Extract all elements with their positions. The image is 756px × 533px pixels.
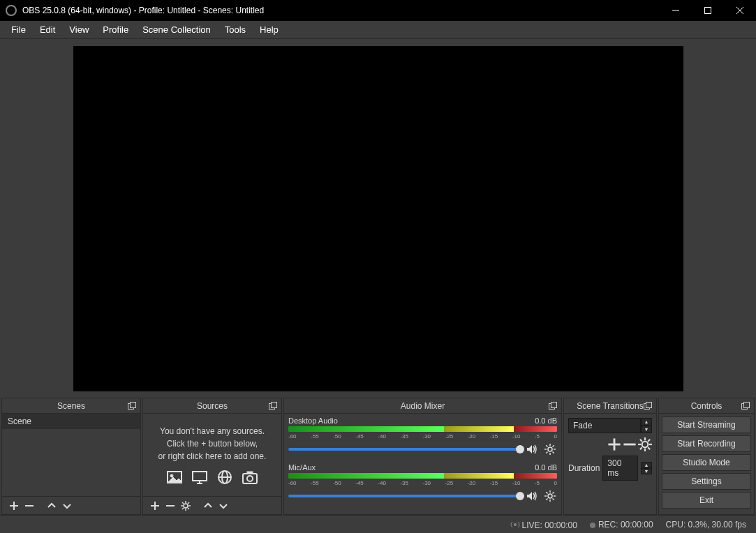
scenes-list[interactable]: Scene [2,414,140,496]
browser-source-icon [214,468,235,486]
sources-empty-message: You don't have any sources. Click the + … [143,414,281,490]
svg-line-69 [640,447,642,449]
menu-help[interactable]: Help [253,22,286,37]
transition-select-spinner[interactable]: ▲▼ [641,418,652,433]
exit-button[interactable]: Exit [662,492,751,509]
source-properties-button[interactable] [178,498,193,513]
volume-slider[interactable] [288,448,521,451]
menu-view[interactable]: View [62,22,96,37]
image-source-icon [164,468,185,486]
svg-line-67 [648,447,650,449]
studio-mode-button[interactable]: Studio Mode [662,454,751,471]
sources-empty-line1: You don't have any sources. [150,425,274,437]
svg-line-32 [188,502,189,504]
svg-rect-1 [705,8,711,14]
svg-line-42 [546,445,547,446]
close-button[interactable] [724,0,756,21]
add-transition-button[interactable] [607,437,621,451]
mixer-header: Audio Mixer [284,398,561,414]
svg-line-31 [188,508,189,509]
svg-line-43 [553,452,554,453]
scenes-toolbar [2,496,140,514]
speaker-icon[interactable] [525,442,539,456]
svg-line-55 [546,499,547,500]
svg-rect-10 [272,403,277,408]
menu-edit[interactable]: Edit [33,22,62,37]
settings-button[interactable]: Settings [662,473,751,490]
mixer-channel-desktop-audio: Desktop Audio 0.0 dB -60-55-50-45-40-35-… [288,416,557,456]
duration-spinner[interactable]: ▲▼ [641,462,652,474]
remove-scene-button[interactable] [22,498,37,513]
svg-line-66 [640,440,642,442]
volume-slider[interactable] [288,495,521,497]
sources-list[interactable]: You don't have any sources. Click the + … [143,414,281,496]
svg-line-33 [182,508,184,509]
svg-point-12 [170,474,173,477]
svg-line-53 [553,499,554,500]
controls-header: Controls [659,398,754,414]
meter-ticks: -60-55-50-45-40-35-30-25-20-15-10-50 [288,433,557,440]
move-scene-up-button[interactable] [44,498,59,513]
start-streaming-button[interactable]: Start Streaming [662,416,751,433]
add-scene-button[interactable] [6,498,22,513]
titlebar: OBS 25.0.8 (64-bit, windows) - Profile: … [0,0,756,21]
mixer-body: Desktop Audio 0.0 dB -60-55-50-45-40-35-… [284,414,561,514]
display-source-icon [189,468,210,486]
channel-name: Desktop Audio [288,416,338,425]
mixer-popout-icon[interactable] [547,400,558,412]
remove-source-button[interactable] [163,498,178,513]
transition-properties-button[interactable] [638,437,652,451]
sources-empty-line3: or right click here to add one. [150,450,274,463]
menubar: File Edit View Profile Scene Collection … [0,21,756,39]
svg-line-52 [546,492,547,493]
scenes-popout-icon[interactable] [126,400,138,412]
broadcast-icon [510,520,521,530]
transitions-header: Scene Transitions [564,398,656,414]
status-bar: LIVE: 00:00:00 REC: 00:00:00 CPU: 0.3%, … [0,515,756,533]
remove-transition-button[interactable] [623,437,637,451]
duration-field[interactable]: 300 ms [602,456,638,481]
svg-point-72 [514,523,517,526]
docks-row: Scenes Scene Sources You don't have any … [0,398,756,515]
menu-tools[interactable]: Tools [218,22,253,37]
transitions-popout-icon[interactable] [642,400,653,412]
controls-popout-icon[interactable] [740,400,751,412]
gear-icon[interactable] [543,442,557,456]
sources-popout-icon[interactable] [267,400,279,412]
rec-status: REC: 00:00:00 [590,520,653,530]
menu-scene-collection[interactable]: Scene Collection [135,22,218,37]
svg-rect-71 [744,403,750,408]
channel-meter [288,426,557,432]
move-source-down-button[interactable] [216,498,231,513]
preview-canvas[interactable] [73,46,683,391]
transitions-dock: Scene Transitions Fade ▲▼ Duration 300 m… [563,398,657,515]
speaker-icon[interactable] [525,489,539,503]
channel-name: Mic/Aux [288,463,316,472]
move-source-up-button[interactable] [200,498,216,513]
start-recording-button[interactable]: Start Recording [662,435,751,452]
duration-label: Duration [568,463,600,473]
svg-marker-46 [527,492,532,500]
add-source-button[interactable] [147,498,163,513]
move-scene-down-button[interactable] [59,498,75,513]
camera-source-icon [239,468,260,486]
controls-title: Controls [691,401,722,411]
svg-point-25 [184,504,188,508]
maximize-button[interactable] [692,0,724,21]
svg-point-37 [548,447,552,451]
menu-file[interactable]: File [4,22,33,37]
gear-icon[interactable] [543,489,557,503]
svg-rect-13 [193,472,207,481]
scenes-dock: Scenes Scene [1,398,141,515]
channel-db: 0.0 dB [535,416,557,425]
svg-rect-21 [247,472,253,474]
sources-title: Sources [197,401,228,411]
menu-profile[interactable]: Profile [96,22,135,37]
meter-ticks: -60-55-50-45-40-35-30-25-20-15-10-50 [288,480,557,486]
minimize-button[interactable] [660,0,692,21]
obs-logo-icon [6,5,17,16]
scene-item[interactable]: Scene [2,414,140,429]
transition-select[interactable]: Fade [568,418,641,433]
svg-line-68 [648,440,650,442]
svg-line-44 [553,445,554,446]
